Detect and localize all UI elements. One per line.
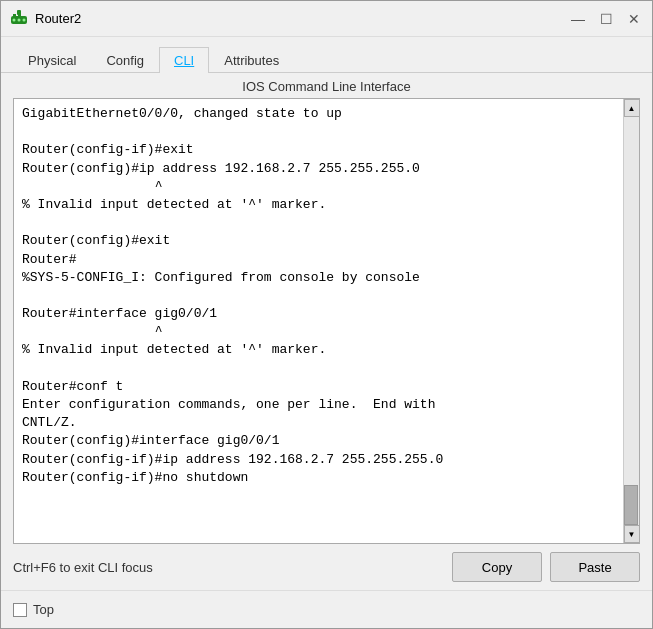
- tab-bar: Physical Config CLI Attributes: [1, 37, 652, 73]
- tab-attributes[interactable]: Attributes: [209, 47, 294, 73]
- svg-rect-1: [13, 14, 16, 17]
- title-bar-left: Router2: [9, 9, 81, 29]
- close-button[interactable]: ✕: [624, 9, 644, 29]
- bottom-buttons: Copy Paste: [452, 552, 640, 582]
- tab-physical[interactable]: Physical: [13, 47, 91, 73]
- top-checkbox-area: Top: [13, 602, 54, 617]
- title-bar: Router2 — ☐ ✕: [1, 1, 652, 37]
- router-icon: [9, 9, 29, 29]
- main-window: Router2 — ☐ ✕ Physical Config CLI Attrib…: [0, 0, 653, 629]
- window-title: Router2: [35, 11, 81, 26]
- cli-container: ▲ ▼: [13, 98, 640, 544]
- top-checkbox-label: Top: [33, 602, 54, 617]
- copy-button[interactable]: Copy: [452, 552, 542, 582]
- bottom-bar: Ctrl+F6 to exit CLI focus Copy Paste: [1, 544, 652, 590]
- paste-button[interactable]: Paste: [550, 552, 640, 582]
- scroll-down-button[interactable]: ▼: [624, 525, 640, 543]
- scroll-track[interactable]: [624, 117, 639, 525]
- tab-config[interactable]: Config: [91, 47, 159, 73]
- svg-rect-6: [17, 10, 21, 15]
- cli-focus-hint: Ctrl+F6 to exit CLI focus: [13, 560, 153, 575]
- svg-point-4: [18, 18, 21, 21]
- top-checkbox[interactable]: [13, 603, 27, 617]
- minimize-button[interactable]: —: [568, 9, 588, 29]
- tab-cli[interactable]: CLI: [159, 47, 209, 73]
- restore-button[interactable]: ☐: [596, 9, 616, 29]
- footer-bar: Top: [1, 590, 652, 628]
- svg-point-5: [23, 18, 26, 21]
- svg-point-3: [13, 18, 16, 21]
- scrollbar: ▲ ▼: [623, 99, 639, 543]
- scroll-thumb: [624, 485, 638, 525]
- cli-terminal[interactable]: [14, 99, 623, 543]
- scroll-up-button[interactable]: ▲: [624, 99, 640, 117]
- title-bar-controls: — ☐ ✕: [568, 9, 644, 29]
- section-title: IOS Command Line Interface: [1, 73, 652, 98]
